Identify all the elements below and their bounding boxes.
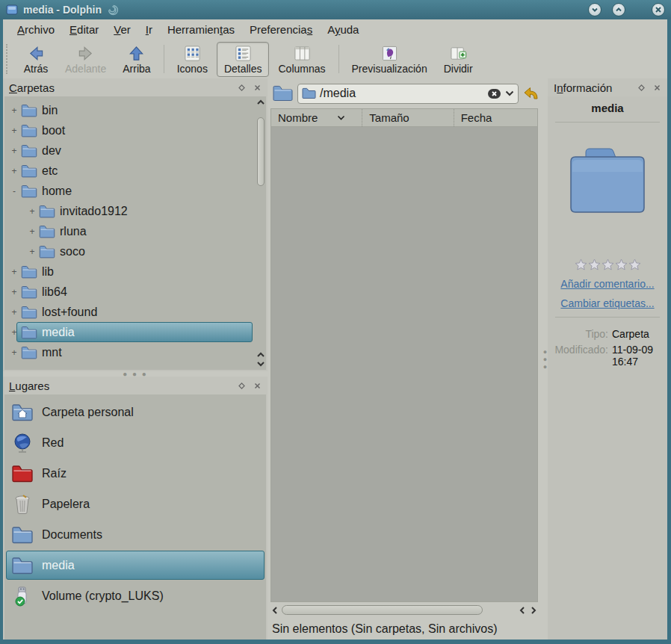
menu-preferencias[interactable]: Preferencias <box>243 21 319 38</box>
information-panel: Información media Añadir comentario... C… <box>548 78 667 640</box>
star-icon[interactable] <box>615 258 628 270</box>
preview-icon <box>381 45 398 62</box>
place-item-volume-crypto-luks-[interactable]: Volume (crypto_LUKS) <box>4 580 266 611</box>
tree-expander-icon[interactable]: + <box>9 105 19 116</box>
place-item-documents[interactable]: Documents <box>4 519 266 550</box>
star-icon[interactable] <box>602 258 614 270</box>
tree-expander-icon[interactable]: + <box>9 126 19 136</box>
star-icon[interactable] <box>575 258 587 270</box>
scroll-left-icon[interactable] <box>270 606 279 615</box>
menu-editar[interactable]: Editar <box>63 21 105 38</box>
place-item-red[interactable]: Red <box>4 427 266 458</box>
menu-ir[interactable]: Ir <box>139 21 159 38</box>
place-item-ra-z[interactable]: Raíz <box>4 458 266 489</box>
column-header-fecha[interactable]: Fecha <box>454 109 537 126</box>
float-panel-icon[interactable] <box>236 82 247 93</box>
rating-stars[interactable] <box>548 258 667 270</box>
float-panel-icon[interactable] <box>236 380 247 391</box>
location-path[interactable]: /media <box>320 87 483 100</box>
tree-expander-icon[interactable]: + <box>9 166 19 176</box>
location-input[interactable]: /media <box>297 84 519 104</box>
clear-text-icon[interactable] <box>487 88 501 99</box>
tree-item-home[interactable]: -home <box>4 181 256 201</box>
star-icon[interactable] <box>628 258 641 270</box>
tree-expander-icon[interactable]: + <box>9 307 19 318</box>
tree-item-boot[interactable]: +boot <box>4 120 256 140</box>
scroll-right-icon[interactable] <box>529 606 538 615</box>
tree-expander-icon[interactable]: + <box>9 146 19 156</box>
scroll-thumb[interactable] <box>282 605 483 615</box>
vertical-splitter[interactable]: ●●● <box>542 78 548 640</box>
previsualizaci-n-button[interactable]: Previsualización <box>344 42 435 77</box>
tree-expander-icon[interactable]: + <box>9 327 19 338</box>
tree-expander-icon[interactable]: + <box>9 347 19 358</box>
change-tags-link[interactable]: Cambiar etiquetas... <box>548 297 667 309</box>
column-header-nombre[interactable]: Nombre <box>271 109 362 126</box>
tree-item-bin[interactable]: +bin <box>4 100 256 120</box>
atr-s-button[interactable]: Atrás <box>16 42 56 77</box>
scroll-down-icon[interactable] <box>256 359 265 368</box>
tree-item-lib64[interactable]: +lib64 <box>4 282 256 302</box>
menu-ver[interactable]: Ver <box>107 21 137 38</box>
menu-herramientas[interactable]: Herramientas <box>161 21 241 38</box>
place-item-carpeta-personal[interactable]: Carpeta personal <box>4 397 266 427</box>
place-item-papelera[interactable]: Papelera <box>4 489 266 519</box>
menu-ayuda[interactable]: Ayuda <box>321 21 365 38</box>
arrow-left-icon <box>28 45 45 62</box>
tree-item-label: bin <box>42 104 58 117</box>
tree-item-invitado1912[interactable]: +invitado1912 <box>4 201 256 221</box>
undo-icon[interactable] <box>523 86 539 101</box>
folder-icon[interactable] <box>273 85 293 102</box>
iconos-button[interactable]: Iconos <box>170 42 215 77</box>
divider <box>555 122 660 123</box>
scroll-track[interactable] <box>282 605 516 615</box>
scroll-track[interactable] <box>257 107 265 350</box>
minimize-button[interactable] <box>588 3 602 16</box>
scroll-up-icon[interactable] <box>256 350 265 359</box>
add-comment-link[interactable]: Añadir comentario... <box>548 278 667 290</box>
float-panel-icon[interactable] <box>636 82 647 93</box>
toolbar-drag-handle[interactable] <box>6 44 10 74</box>
menu-bar: ArchivoEditarVerIrHerramientasPreferenci… <box>3 19 667 40</box>
close-panel-icon[interactable] <box>252 82 263 93</box>
columnas-button[interactable]: Columnas <box>270 42 333 77</box>
tree-expander-icon[interactable]: + <box>27 206 37 217</box>
menu-archivo[interactable]: Archivo <box>10 21 61 38</box>
network-globe-icon <box>12 433 33 453</box>
horizontal-scrollbar[interactable] <box>268 602 542 618</box>
folders-scrollbar[interactable] <box>256 96 266 370</box>
tree-expander-icon[interactable]: + <box>27 247 37 257</box>
close-panel-icon[interactable] <box>252 380 263 391</box>
folders-tree: +bin+boot+dev+etc-home+invitado1912+rlun… <box>4 96 256 370</box>
tree-item-lost+found[interactable]: +lost+found <box>4 302 256 322</box>
folders-panel-title: Carpetas <box>9 81 232 94</box>
tree-expander-icon[interactable]: + <box>9 287 19 297</box>
tree-item-lib[interactable]: +lib <box>4 261 256 282</box>
scroll-thumb[interactable] <box>257 117 265 186</box>
tree-item-soco[interactable]: +soco <box>4 241 256 261</box>
file-view-area[interactable] <box>270 127 538 602</box>
close-panel-icon[interactable] <box>652 82 663 93</box>
close-button[interactable] <box>652 3 665 16</box>
dropdown-chevron-icon[interactable] <box>505 90 514 96</box>
tree-item-rluna[interactable]: +rluna <box>4 221 256 241</box>
dividir-button[interactable]: Dividir <box>436 42 480 77</box>
detalles-button[interactable]: Detalles <box>217 42 270 77</box>
place-item-media[interactable]: media <box>4 550 266 580</box>
scroll-up-icon[interactable] <box>256 98 265 107</box>
star-icon[interactable] <box>588 258 601 270</box>
maximize-button[interactable] <box>612 3 625 16</box>
scroll-left-icon[interactable] <box>518 606 527 615</box>
tree-item-etc[interactable]: +etc <box>4 161 256 181</box>
tree-item-mnt[interactable]: +mnt <box>4 342 256 362</box>
tree-item-media[interactable]: +media <box>4 322 256 342</box>
folder-icon <box>21 285 37 299</box>
panel-splitter[interactable]: ● ● ● <box>3 371 268 377</box>
column-header-tamaño[interactable]: Tamaño <box>362 109 453 126</box>
arriba-button[interactable]: Arriba <box>115 42 158 77</box>
tree-expander-icon[interactable]: - <box>9 186 19 196</box>
info-panel-header: Información <box>548 78 667 96</box>
tree-expander-icon[interactable]: + <box>9 267 19 277</box>
tree-item-dev[interactable]: +dev <box>4 140 256 161</box>
tree-expander-icon[interactable]: + <box>27 226 37 237</box>
